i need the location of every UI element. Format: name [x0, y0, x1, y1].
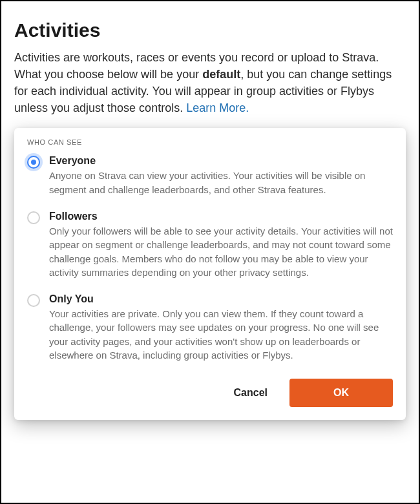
- dialog-section-label: WHO CAN SEE: [27, 138, 393, 146]
- ok-button[interactable]: OK: [289, 379, 393, 407]
- description-bold: default: [202, 68, 240, 81]
- radio-list: Everyone Anyone on Strava can view your …: [27, 155, 393, 362]
- option-title: Followers: [49, 211, 393, 222]
- option-body: Everyone Anyone on Strava can view your …: [49, 155, 393, 196]
- option-title: Everyone: [49, 155, 393, 167]
- radio-toggle-icon: [27, 294, 40, 307]
- learn-more-link[interactable]: Learn More.: [186, 101, 249, 114]
- page-title: Activities: [14, 19, 406, 41]
- radio-option-only-you[interactable]: Only You Your activities are private. On…: [27, 293, 393, 362]
- cancel-button[interactable]: Cancel: [224, 379, 278, 406]
- option-description: Only your followers will be able to see …: [49, 224, 393, 279]
- page-description: Activities are workouts, races or events…: [14, 49, 406, 116]
- option-description: Anyone on Strava can view your activitie…: [49, 169, 393, 196]
- option-description: Your activities are private. Only you ca…: [49, 307, 393, 362]
- option-title: Only You: [49, 293, 393, 305]
- privacy-dialog: WHO CAN SEE Everyone Anyone on Strava ca…: [14, 128, 406, 420]
- radio-option-everyone[interactable]: Everyone Anyone on Strava can view your …: [27, 155, 393, 196]
- dialog-actions: Cancel OK: [27, 379, 393, 407]
- radio-option-followers[interactable]: Followers Only your followers will be ab…: [27, 211, 393, 279]
- option-body: Only You Your activities are private. On…: [49, 293, 393, 362]
- radio-toggle-icon: [27, 156, 40, 169]
- option-body: Followers Only your followers will be ab…: [49, 211, 393, 279]
- radio-toggle-icon: [27, 211, 40, 224]
